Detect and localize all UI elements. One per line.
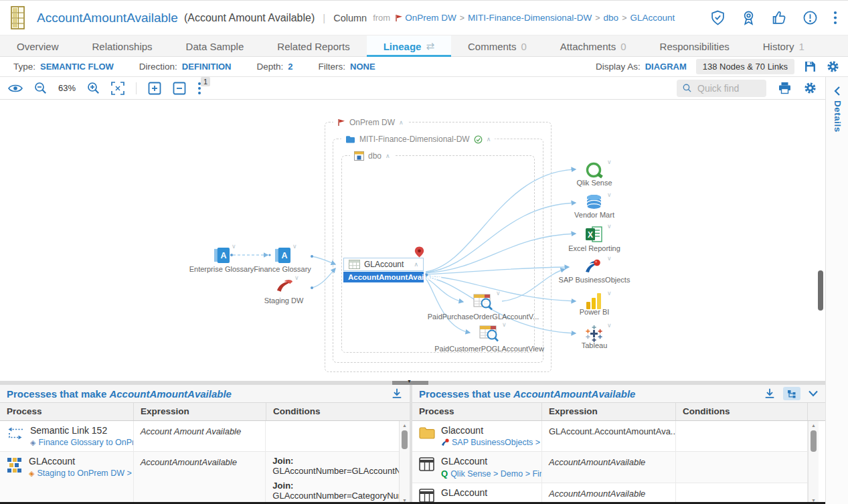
tab-relationships[interactable]: Relationships bbox=[76, 35, 169, 57]
chevron-down-icon[interactable]: ∨ bbox=[496, 290, 501, 297]
print-icon[interactable] bbox=[778, 82, 792, 94]
tableau-icon[interactable] bbox=[585, 325, 603, 343]
view-icon-paid-customer-po[interactable] bbox=[479, 324, 499, 343]
scrollbar-thumb[interactable] bbox=[402, 430, 408, 449]
process-name[interactable]: Glaccount bbox=[441, 425, 542, 436]
column-header-conditions[interactable]: Conditions bbox=[676, 403, 808, 420]
chevron-down-icon[interactable]: ∨ bbox=[232, 243, 236, 250]
table-row[interactable]: Glaccount SAP BusinessObjects > Un GLAcc… bbox=[412, 421, 808, 452]
process-name[interactable]: GLAccount bbox=[441, 487, 542, 498]
chevron-down-icon[interactable]: ∨ bbox=[607, 322, 612, 329]
details-sidebar-tab[interactable]: Details bbox=[825, 77, 848, 504]
chevron-down-icon[interactable]: ∨ bbox=[607, 290, 612, 297]
download-icon[interactable] bbox=[391, 388, 403, 400]
lineage-filters-selector[interactable]: Filters:NONE bbox=[319, 62, 375, 72]
node-label-tableau[interactable]: Tableau bbox=[547, 341, 641, 349]
process-name[interactable]: GLAccount bbox=[441, 456, 542, 467]
vendor-mart-database-icon[interactable] bbox=[585, 194, 603, 213]
process-name[interactable]: Semantic Link 152 bbox=[30, 425, 134, 436]
table-row[interactable]: Semantic Link 152 ◈Finance Glossary to O… bbox=[0, 421, 399, 452]
scrollbar-thumb[interactable] bbox=[811, 430, 817, 452]
chevron-down-icon[interactable]: ∨ bbox=[607, 159, 612, 165]
settings-gear-icon[interactable] bbox=[826, 60, 840, 74]
more-menu-icon[interactable] bbox=[833, 10, 837, 25]
breadcrumb-link-schema[interactable]: dbo bbox=[604, 13, 619, 23]
breadcrumb-link-table[interactable]: GLAccount bbox=[630, 13, 675, 23]
zoom-level[interactable]: 63% bbox=[58, 83, 76, 93]
node-label-power-bi[interactable]: Power BI bbox=[547, 308, 641, 316]
column-header-expression[interactable]: Expression bbox=[134, 403, 266, 420]
tab-responsibilities[interactable]: Responsibilities bbox=[643, 35, 746, 57]
lineage-direction-selector[interactable]: Direction:DEFINITION bbox=[139, 62, 232, 72]
collapse-panel-chevron-icon[interactable] bbox=[808, 390, 819, 398]
column-header-process[interactable]: Process bbox=[0, 403, 134, 420]
shield-check-icon[interactable] bbox=[710, 10, 726, 25]
glaccount-table-node[interactable]: GLAccount ∧ bbox=[343, 258, 424, 271]
diagram-settings-gear-icon[interactable] bbox=[803, 81, 817, 95]
canvas-vertical-scrollbar[interactable] bbox=[818, 270, 823, 311]
tab-data-sample[interactable]: Data Sample bbox=[169, 35, 261, 57]
process-path-link[interactable]: Finance Glossary to OnPre bbox=[38, 438, 133, 447]
node-label-paid-purchase-order-view[interactable]: PaidPurchaseOrderGLAccountV... bbox=[426, 313, 540, 321]
collapse-chevron-icon[interactable]: ∧ bbox=[414, 261, 418, 268]
chevron-down-icon[interactable]: ∨ bbox=[607, 223, 612, 230]
lineage-canvas[interactable]: OnPrem DW ∧ MITI-Finance-Dimensional-DW … bbox=[0, 100, 825, 381]
chevron-down-icon[interactable]: ∨ bbox=[607, 191, 612, 198]
thumbs-up-icon[interactable] bbox=[772, 10, 787, 25]
breadcrumb-link-model[interactable]: MITI-Finance-Dimensional-DW bbox=[468, 13, 592, 23]
display-as-selector[interactable]: Display As:DIAGRAM bbox=[596, 62, 687, 72]
chevron-down-icon[interactable]: ∨ bbox=[292, 243, 297, 250]
splitter-collapse-icon[interactable]: ▼ bbox=[407, 379, 412, 384]
collapse-all-icon[interactable] bbox=[173, 82, 186, 95]
finance-glossary-icon[interactable]: A bbox=[274, 247, 291, 264]
tab-history[interactable]: History1 bbox=[746, 35, 821, 57]
process-name[interactable]: GLAccount bbox=[29, 456, 134, 467]
scroll-up-icon[interactable]: ▲ bbox=[809, 423, 819, 428]
alert-circle-icon[interactable] bbox=[802, 10, 818, 25]
node-label-staging-dw[interactable]: Staging DW bbox=[244, 297, 324, 305]
tree-view-toggle-icon[interactable] bbox=[783, 387, 800, 400]
selected-column-row[interactable]: AccountAmountAvailable bbox=[343, 272, 424, 282]
lineage-depth-selector[interactable]: Depth:2 bbox=[257, 62, 293, 72]
table-row[interactable]: GLAccount ◈Staging to OnPrem DW > S Acco… bbox=[0, 452, 399, 504]
lineage-type-selector[interactable]: Type:SEMANTIC FLOW bbox=[13, 62, 114, 72]
save-icon[interactable] bbox=[804, 60, 817, 73]
tab-comments[interactable]: Comments0 bbox=[451, 35, 543, 57]
chevron-down-icon[interactable]: ∨ bbox=[607, 255, 612, 262]
quick-find-box[interactable] bbox=[677, 80, 766, 97]
process-path-link[interactable]: Staging to OnPrem DW > S bbox=[37, 469, 133, 478]
process-path-link[interactable]: SAP BusinessObjects > Un bbox=[452, 438, 542, 447]
overlays-menu-icon[interactable]: 1 bbox=[197, 82, 201, 95]
qlik-sense-icon[interactable] bbox=[585, 161, 604, 180]
sap-businessobjects-icon[interactable] bbox=[584, 258, 602, 276]
quick-find-input[interactable] bbox=[696, 82, 760, 94]
fit-to-screen-icon[interactable] bbox=[111, 82, 124, 95]
tab-overview[interactable]: Overview bbox=[0, 35, 76, 57]
process-path-link[interactable]: Qlik Sense > Demo > Finar bbox=[450, 469, 542, 479]
column-header-expression[interactable]: Expression bbox=[542, 403, 676, 420]
make-table-scrollbar[interactable]: ▲ ▼ bbox=[399, 421, 410, 504]
enterprise-glossary-icon[interactable]: A bbox=[214, 247, 230, 264]
node-label-finance-glossary[interactable]: Finance Glossary bbox=[242, 265, 323, 273]
tab-related-reports[interactable]: Related Reports bbox=[260, 35, 366, 57]
expand-all-icon[interactable] bbox=[148, 82, 161, 95]
scroll-up-icon[interactable]: ▲ bbox=[400, 423, 410, 428]
table-row[interactable]: GLAccount QQlik Sense > Demo > Finar Acc… bbox=[412, 483, 808, 504]
tab-lineage[interactable]: Lineage⇄ bbox=[367, 35, 451, 57]
zoom-in-icon[interactable] bbox=[87, 82, 100, 94]
column-header-process[interactable]: Process bbox=[412, 403, 542, 420]
certification-ribbon-icon[interactable] bbox=[741, 10, 756, 25]
staging-dw-icon[interactable] bbox=[276, 278, 294, 295]
table-row[interactable]: GLAccount QQlik Sense > Demo > Finar Acc… bbox=[412, 452, 808, 483]
use-table-scrollbar[interactable]: ▲ ▼ bbox=[808, 421, 819, 504]
node-label-qlik-sense[interactable]: Qlik Sense bbox=[547, 179, 641, 187]
view-icon-paid-purchase-order[interactable] bbox=[473, 292, 493, 311]
download-icon[interactable] bbox=[764, 388, 776, 400]
column-header-conditions[interactable]: Conditions bbox=[266, 403, 400, 420]
node-label-paid-customer-po-view[interactable]: PaidCustomerPOGLAccountView bbox=[432, 345, 546, 353]
visibility-eye-icon[interactable] bbox=[8, 83, 23, 94]
tab-attachments[interactable]: Attachments0 bbox=[543, 35, 643, 57]
chevron-down-icon[interactable]: ∨ bbox=[502, 321, 507, 328]
breadcrumb-link-server[interactable]: OnPrem DW bbox=[405, 13, 456, 23]
node-label-excel-reporting[interactable]: Excel Reporting bbox=[547, 244, 641, 252]
